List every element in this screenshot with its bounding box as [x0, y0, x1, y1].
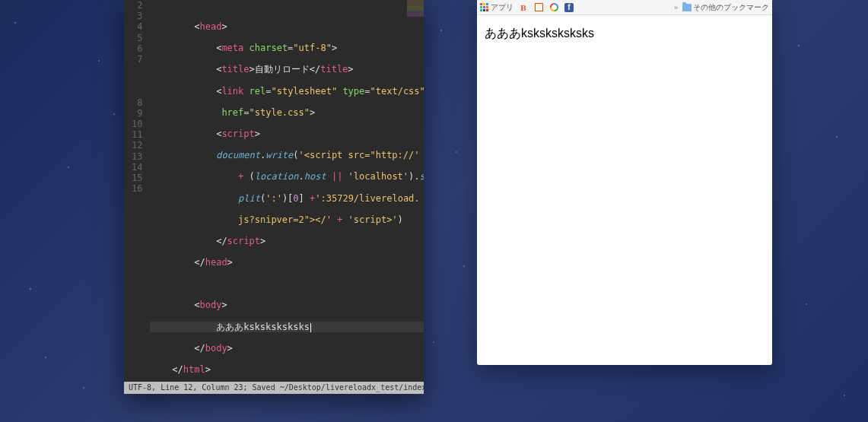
line-number: 11 [132, 129, 142, 140]
line-number: 14 [132, 162, 142, 173]
code-line: plit(':')[0] +':35729/livereload. [150, 193, 424, 204]
line-number: 12 [132, 140, 142, 151]
code-line: </script> [150, 236, 424, 246]
line-number: 9 [132, 108, 142, 119]
line-number: 10 [132, 119, 142, 129]
editor-status-bar[interactable]: UTF-8, Line 12, Column 23; Saved ~/Deskt… [124, 382, 424, 394]
line-number: 2 [132, 0, 142, 11]
line-number: 13 [132, 151, 142, 162]
other-bookmarks[interactable]: その他のブックマーク [682, 2, 769, 13]
code-line: href="style.css"> [150, 107, 424, 118]
line-number: 5 [132, 33, 142, 43]
text-cursor [310, 323, 311, 332]
status-text: UTF-8, Line 12, Column 23; Saved ~/Deskt… [129, 383, 424, 392]
apps-grid-icon [480, 3, 489, 12]
line-number: 6 [132, 43, 142, 54]
editor-body[interactable]: 2 3 4 5 6 7 8 9 10 11 12 13 14 15 16 <he… [124, 0, 424, 382]
code-line: </html> [150, 364, 424, 375]
line-number: 4 [132, 21, 142, 32]
code-line: <head> [150, 21, 424, 32]
bookmarks-overflow[interactable]: » [674, 4, 678, 11]
line-number-gutter: 2 3 4 5 6 7 8 9 10 11 12 13 14 15 16 [124, 0, 147, 382]
line-number: 15 [132, 173, 142, 183]
bookmark-icon-google[interactable] [548, 2, 559, 13]
code-line: </head> [150, 257, 424, 268]
line-number [132, 65, 142, 75]
code-line: js?snipver=2"></' + 'script>') [150, 214, 424, 225]
code-area[interactable]: <head> <meta charset="utf-8"> <title>自動リ… [147, 0, 424, 382]
code-line: <title>自動リロード</title> [150, 64, 424, 75]
bookmark-icon-square[interactable] [533, 2, 544, 13]
code-line: + (location.host || 'localhost').s [150, 171, 424, 182]
folder-icon [682, 4, 692, 11]
bookmark-icon-b[interactable]: B [518, 2, 529, 13]
code-line: <body> [150, 300, 424, 310]
code-line: <script> [150, 129, 424, 139]
line-number: 8 [132, 97, 142, 108]
code-line: </body> [150, 343, 424, 354]
line-number: 7 [132, 54, 142, 65]
code-line: <meta charset="utf-8"> [150, 43, 424, 53]
line-number [132, 87, 142, 97]
bookmarks-bar: アプリ B f » その他のブックマーク [477, 0, 772, 15]
code-line-current: あああksksksksksks [150, 322, 424, 332]
apps-label: アプリ [491, 2, 513, 13]
apps-shortcut[interactable]: アプリ [480, 2, 513, 13]
code-line: document.write('<script src="http://' [150, 150, 424, 160]
code-line: <link rel="stylesheet" type="text/css" [150, 86, 424, 97]
line-number: 16 [132, 183, 142, 194]
code-editor-window: 2 3 4 5 6 7 8 9 10 11 12 13 14 15 16 <he… [124, 0, 424, 394]
browser-page-content[interactable]: あああksksksksksks [477, 15, 772, 365]
minimap[interactable] [407, 0, 424, 23]
bookmark-icon-facebook[interactable]: f [564, 2, 574, 13]
page-body-text: あああksksksksksks [485, 27, 594, 40]
line-number: 3 [132, 11, 142, 21]
line-number [132, 75, 142, 86]
code-line [150, 278, 424, 289]
browser-window: アプリ B f » その他のブックマーク あああksksksksksks [477, 0, 772, 365]
other-bookmarks-label: その他のブックマーク [693, 2, 769, 13]
